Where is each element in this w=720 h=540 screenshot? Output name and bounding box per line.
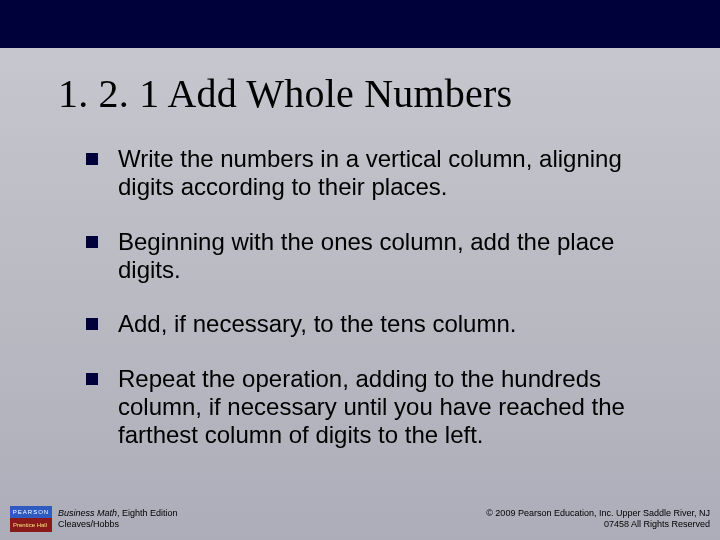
bullet-item: Beginning with the ones column, add the … [86, 228, 680, 285]
logo-bottom-text: Prentice Hall [10, 518, 52, 532]
slide-content: 1. 2. 1 Add Whole Numbers Write the numb… [58, 70, 680, 476]
bullet-item: Write the numbers in a vertical column, … [86, 145, 680, 202]
bullet-list: Write the numbers in a vertical column, … [58, 145, 680, 450]
slide-title: 1. 2. 1 Add Whole Numbers [58, 70, 680, 117]
book-title: Business Math [58, 508, 117, 518]
book-authors: Cleaves/Hobbs [58, 519, 178, 530]
copyright-line-2: 07458 All Rights Reserved [486, 519, 710, 530]
pearson-logo: PEARSON Prentice Hall [10, 506, 52, 532]
top-stripe [0, 0, 720, 48]
footer: PEARSON Prentice Hall Business Math, Eig… [10, 506, 710, 532]
logo-top-text: PEARSON [10, 506, 52, 518]
bullet-item: Repeat the operation, adding to the hund… [86, 365, 680, 450]
credits: Business Math, Eighth Edition Cleaves/Ho… [58, 508, 178, 530]
footer-right: © 2009 Pearson Education, Inc. Upper Sad… [486, 508, 710, 530]
footer-left: PEARSON Prentice Hall Business Math, Eig… [10, 506, 178, 532]
copyright-line-1: © 2009 Pearson Education, Inc. Upper Sad… [486, 508, 710, 519]
book-edition: , Eighth Edition [117, 508, 178, 518]
bullet-item: Add, if necessary, to the tens column. [86, 310, 680, 338]
